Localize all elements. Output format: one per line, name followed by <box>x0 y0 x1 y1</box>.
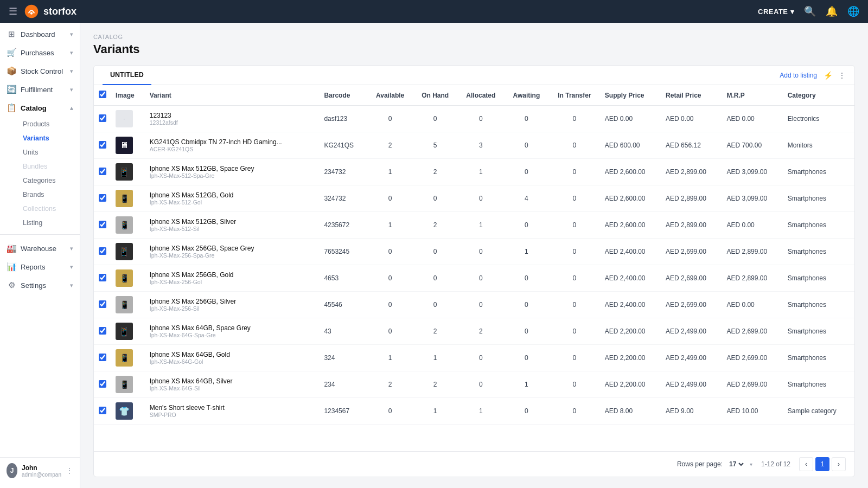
row-checkbox[interactable] <box>99 354 106 361</box>
row-in-transfer: 0 <box>548 185 601 212</box>
main-layout: ⊞ Dashboard ▾ 🛒 Purchases ▾ 📦 Stock Cont… <box>0 23 868 488</box>
row-variant-cell[interactable]: Iphone XS Max 64GB, Space Grey Iph-XS-Ma… <box>145 318 320 345</box>
row-variant-cell[interactable]: KG241QS Cbmidpx TN 27-Inch HD Gaming... … <box>145 132 320 159</box>
row-barcode: 1234567 <box>320 398 367 425</box>
add-to-listing-button[interactable]: Add to listing <box>780 72 817 79</box>
row-checkbox[interactable] <box>99 247 106 255</box>
sidebar-footer: J John admin@compan ⋮ <box>0 457 80 484</box>
row-on-hand: 5 <box>413 132 457 159</box>
row-image-cell: 📱 <box>111 345 145 371</box>
avatar: J <box>7 463 17 478</box>
globe-icon[interactable]: 🌐 <box>847 5 859 17</box>
row-variant-cell[interactable]: Men's Short sleeve T-shirt SMP-PRO <box>145 398 320 425</box>
row-allocated: 2 <box>457 318 505 345</box>
row-checkbox[interactable] <box>99 300 106 308</box>
row-mrp: AED 2,699.00 <box>722 345 783 371</box>
row-variant-cell[interactable]: Iphone XS Max 256GB, Silver Iph-XS-Max-2… <box>145 292 320 318</box>
sidebar-item-units[interactable]: Units <box>17 145 80 159</box>
select-all-checkbox[interactable] <box>99 91 106 98</box>
page-1-button[interactable]: 1 <box>815 457 829 471</box>
row-checkbox[interactable] <box>99 168 106 175</box>
row-on-hand: 1 <box>413 398 457 425</box>
create-button[interactable]: CREATE ▾ <box>758 8 794 16</box>
row-image-cell: 🖥 <box>111 132 145 159</box>
row-available: 0 <box>367 239 413 265</box>
catalog-submenu: Products Variants Units Bundles Categori… <box>0 117 80 230</box>
row-category: Electronics <box>783 106 854 132</box>
row-image-cell: 📱 <box>111 318 145 345</box>
rows-per-page-select[interactable]: 17 25 50 <box>727 460 745 468</box>
variant-name: Iphone XS Max 256GB, Gold <box>150 271 316 279</box>
row-variant-cell[interactable]: Iphone XS Max 512GB, Silver Iph-XS-Max-5… <box>145 212 320 239</box>
row-retail-price: AED 2,499.00 <box>661 371 722 398</box>
row-image-cell: 📱 <box>111 212 145 239</box>
sidebar-item-listing[interactable]: Listing <box>17 216 80 230</box>
sidebar-item-catalog[interactable]: 📋 Catalog ▴ <box>0 99 80 117</box>
row-checkbox[interactable] <box>99 194 106 202</box>
search-icon[interactable]: 🔍 <box>804 5 816 17</box>
sidebar-item-dashboard[interactable]: ⊞ Dashboard ▾ <box>0 25 80 43</box>
row-checkbox[interactable] <box>99 327 106 335</box>
catalog-icon: 📋 <box>7 103 16 113</box>
prev-page-button[interactable]: ‹ <box>799 457 813 471</box>
product-image: 🖥 <box>116 137 133 154</box>
row-checkbox[interactable] <box>99 114 106 122</box>
row-variant-cell[interactable]: 123123 12312afsdf <box>145 106 320 132</box>
hamburger-icon[interactable]: ☰ <box>9 5 17 17</box>
variant-name: Iphone XS Max 512GB, Gold <box>150 191 316 199</box>
row-on-hand: 0 <box>413 292 457 318</box>
row-checkbox-cell <box>94 318 111 345</box>
row-awaiting: 0 <box>505 106 548 132</box>
table-row: 📱 Iphone XS Max 64GB, Space Grey Iph-XS-… <box>94 318 854 345</box>
row-checkbox[interactable] <box>99 141 106 149</box>
sidebar-label-warehouse: Warehouse <box>21 245 56 253</box>
row-on-hand: 2 <box>413 212 457 239</box>
sidebar-item-fulfillment[interactable]: 🔄 Fulfillment ▾ <box>0 80 80 99</box>
row-supply-price: AED 8.00 <box>601 398 661 425</box>
sidebar-item-variants[interactable]: Variants <box>17 131 80 145</box>
sidebar-item-products[interactable]: Products <box>17 117 80 131</box>
row-variant-cell[interactable]: Iphone XS Max 256GB, Gold Iph-XS-Max-256… <box>145 265 320 292</box>
row-checkbox[interactable] <box>99 407 106 414</box>
filter-icon[interactable]: ⚡ <box>824 71 833 80</box>
svg-point-0 <box>25 5 39 18</box>
sidebar-item-categories[interactable]: Categories <box>17 174 80 188</box>
next-page-button[interactable]: › <box>832 457 846 471</box>
header-on-hand: On Hand <box>413 85 457 106</box>
sidebar-item-brands[interactable]: Brands <box>17 188 80 202</box>
bell-icon[interactable]: 🔔 <box>826 5 838 17</box>
row-available: 1 <box>367 345 413 371</box>
row-variant-cell[interactable]: Iphone XS Max 64GB, Silver Iph-XS-Max-64… <box>145 371 320 398</box>
user-name: John <box>22 464 61 472</box>
user-more-icon[interactable]: ⋮ <box>66 466 73 475</box>
row-variant-cell[interactable]: Iphone XS Max 256GB, Space Grey Iph-XS-M… <box>145 239 320 265</box>
tab-actions: ⚡ ⋮ <box>824 71 846 80</box>
row-mrp: AED 2,699.00 <box>722 371 783 398</box>
row-variant-cell[interactable]: Iphone XS Max 512GB, Space Grey Iph-XS-M… <box>145 159 320 185</box>
row-checkbox[interactable] <box>99 380 106 388</box>
row-in-transfer: 0 <box>548 292 601 318</box>
row-awaiting: 0 <box>505 265 548 292</box>
row-supply-price: AED 600.00 <box>601 132 661 159</box>
product-image: 📱 <box>116 269 133 287</box>
row-available: 0 <box>367 292 413 318</box>
fulfillment-icon: 🔄 <box>7 85 16 94</box>
row-variant-cell[interactable]: Iphone XS Max 512GB, Gold Iph-XS-Max-512… <box>145 185 320 212</box>
row-retail-price: AED 2,699.00 <box>661 265 722 292</box>
tab-untitled[interactable]: UNTITLED <box>103 66 151 85</box>
sidebar-item-settings[interactable]: ⚙ Settings ▾ <box>0 276 80 294</box>
row-checkbox[interactable] <box>99 274 106 281</box>
sidebar-item-purchases[interactable]: 🛒 Purchases ▾ <box>0 43 80 62</box>
row-awaiting: 0 <box>505 318 548 345</box>
sidebar-item-warehouse[interactable]: 🏭 Warehouse ▾ <box>0 239 80 258</box>
row-in-transfer: 0 <box>548 398 601 425</box>
more-options-icon[interactable]: ⋮ <box>838 71 846 80</box>
row-image-cell: 📱 <box>111 185 145 212</box>
row-checkbox[interactable] <box>99 221 106 228</box>
sidebar-item-stock-control[interactable]: 📦 Stock Control ▾ <box>0 62 80 80</box>
sidebar-item-reports[interactable]: 📊 Reports ▾ <box>0 258 80 276</box>
row-variant-cell[interactable]: Iphone XS Max 64GB, Gold Iph-XS-Max-64G-… <box>145 345 320 371</box>
row-checkbox-cell <box>94 159 111 185</box>
variant-name: KG241QS Cbmidpx TN 27-Inch HD Gaming... <box>150 138 316 146</box>
nav-right: CREATE ▾ 🔍 🔔 🌐 <box>758 5 859 17</box>
